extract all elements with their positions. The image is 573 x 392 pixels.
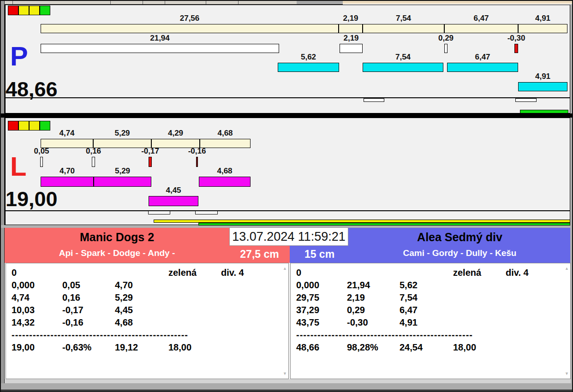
cell: 24,54 [400, 341, 453, 354]
window-strip-divider [206, 0, 206, 4]
cell [168, 316, 221, 329]
cell: 21,94 [347, 279, 400, 291]
dashed-separator: ----------------------------------------… [291, 329, 562, 341]
team-left-dogs: Api - Spark - Dodge - Andy - [5, 248, 229, 258]
cell [347, 267, 400, 279]
table-row: 10,03-0,174,45 [6, 304, 280, 316]
table-row: 29,752,197,54 [291, 291, 562, 304]
cell [115, 267, 168, 279]
scroll-up-arrow[interactable]: ▲ [565, 266, 569, 271]
table-row: 43,75-0,304,91 [291, 316, 562, 329]
panel-p-letter: P [10, 43, 28, 69]
cell: div. 4 [221, 267, 280, 279]
cell [62, 267, 115, 279]
cell: 0 [296, 267, 347, 279]
cell: 4,68 [115, 316, 168, 329]
cell: 14,32 [12, 316, 62, 329]
cell: -0,16 [62, 316, 115, 329]
cell: 4,45 [115, 304, 168, 316]
panel-divider [1, 113, 572, 118]
window-strip-segment [297, 0, 343, 4]
cell [221, 279, 280, 291]
cell [453, 279, 506, 291]
team-left-height-category: 27,5 cm [229, 248, 290, 261]
table-row: 14,32-0,164,68 [6, 316, 280, 329]
app-window: 27,562,197,546,474,9121,942,190,29-0,305… [0, 0, 573, 392]
cell [506, 279, 562, 291]
scroll-up-arrow[interactable]: ▲ [283, 266, 287, 271]
window-strip-divider [12, 0, 13, 4]
team-right-height-category: 15 cm [290, 248, 349, 261]
cell: 4,91 [400, 316, 453, 329]
window-strip-divider [238, 0, 239, 4]
table-row: 0zelenádiv. 4 [291, 267, 562, 279]
cell [400, 267, 453, 279]
cell: 0,16 [62, 291, 115, 304]
cell: 43,75 [296, 316, 347, 329]
background-window-peach [343, 0, 573, 5]
cell [221, 291, 280, 304]
cell: -0,17 [62, 304, 115, 316]
panel-l-chart [5, 118, 570, 225]
cell: 19,12 [115, 341, 168, 354]
cell: 10,03 [12, 304, 62, 316]
cell: 0,29 [347, 304, 400, 316]
table-row: 48,6698,28%24,5418,00 [291, 341, 562, 354]
cell: 48,66 [296, 341, 347, 354]
cell [168, 279, 221, 291]
cell: 37,29 [296, 304, 347, 316]
scroll-down-arrow[interactable]: ▼ [283, 371, 287, 376]
cell [453, 291, 506, 304]
cell: 6,47 [400, 304, 453, 316]
cell [506, 316, 562, 329]
window-strip-divider [110, 0, 111, 4]
cell: 4,70 [115, 279, 168, 291]
cell: 5,29 [115, 291, 168, 304]
cell: 4,74 [12, 291, 62, 304]
table-row: 0,00021,945,62 [291, 279, 562, 291]
cell: zelená [453, 267, 506, 279]
cell [453, 304, 506, 316]
panel-bottom-strip [5, 379, 571, 383]
panel-l-total-time: 19,00 [6, 189, 58, 209]
cell [221, 316, 280, 329]
window-strip-divider [165, 0, 165, 4]
team-right-data-panel[interactable]: 0zelenádiv. 40,00021,945,6229,752,197,54… [290, 263, 571, 379]
cell: 2,19 [347, 291, 400, 304]
cell: 0,000 [296, 279, 347, 291]
team-left-name: Manic Dogs 2 [5, 231, 229, 244]
window-strip-divider [143, 0, 143, 4]
datetime-display: 13.07.2024 11:59:21 [229, 227, 348, 246]
cell: 0 [12, 267, 62, 279]
team-left-results: 0zelenádiv. 40,0000,054,704,740,165,2910… [6, 267, 280, 354]
table-row: 37,290,296,47 [291, 304, 562, 316]
panel-p-chart [5, 5, 570, 113]
table-row: 19,00-0,63%19,1218,00 [6, 341, 280, 354]
cell: 0,05 [62, 279, 115, 291]
team-right-name: Alea Sedmý div [349, 231, 570, 244]
cell: 18,00 [453, 341, 506, 354]
cell [221, 304, 280, 316]
cell [506, 304, 562, 316]
table-row: 4,740,165,29 [6, 291, 280, 304]
cell: 29,75 [296, 291, 347, 304]
cell: 19,00 [12, 341, 62, 354]
table-row: 0,0000,054,70 [6, 279, 280, 291]
cell: 98,28% [347, 341, 400, 354]
cell: div. 4 [506, 267, 562, 279]
cell: -0,63% [62, 341, 115, 354]
table-row: 0zelenádiv. 4 [6, 267, 280, 279]
team-right-dogs: Cami - Gordy - Dully - Kešu [349, 248, 570, 258]
cell [221, 341, 280, 354]
scroll-down-arrow[interactable]: ▼ [565, 371, 569, 376]
window-left-border [1, 0, 5, 392]
dashed-separator: ----------------------------------------… [6, 329, 280, 341]
cell: 7,54 [400, 291, 453, 304]
cell [506, 291, 562, 304]
cell: zelená [168, 267, 221, 279]
window-bottom-bar [0, 383, 573, 390]
cell [453, 316, 506, 329]
panel-p-total-time: 48,66 [6, 79, 58, 100]
team-left-data-panel[interactable]: 0zelenádiv. 40,0000,054,704,740,165,2910… [6, 263, 289, 379]
background-window-strip [0, 0, 573, 5]
